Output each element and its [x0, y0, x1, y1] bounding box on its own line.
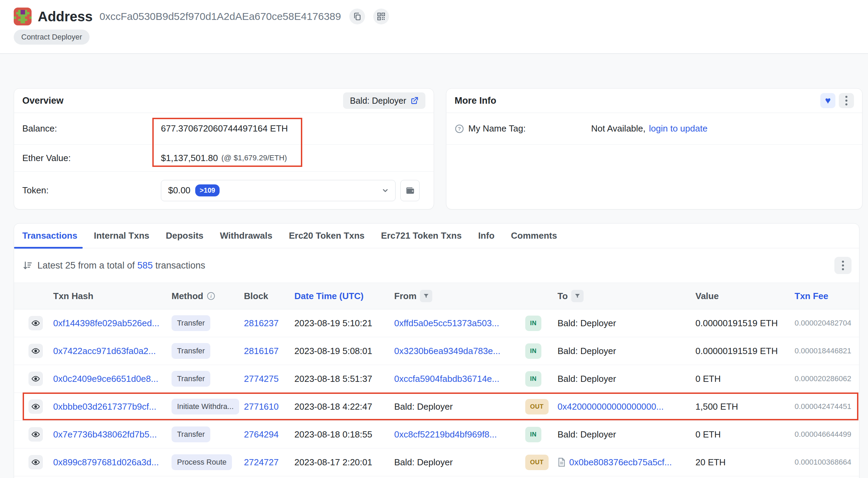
table-row: 0x899c8797681d026a3d... Process Route 27… — [14, 448, 859, 476]
contract-file-icon — [558, 457, 566, 467]
col-datetime-toggle[interactable]: Date Time (UTC) — [294, 291, 364, 301]
eye-button[interactable] — [28, 455, 43, 469]
ether-value-label: Ether Value: — [22, 153, 161, 163]
method-badge[interactable]: Transfer — [172, 315, 210, 331]
eye-button[interactable] — [28, 372, 43, 386]
direction-badge: IN — [525, 427, 541, 442]
datetime-value: 2023-08-19 5:10:21 — [294, 318, 394, 329]
eye-button[interactable] — [28, 316, 43, 330]
name-tag-button[interactable]: Bald: Deployer — [343, 92, 425, 109]
login-to-update-link[interactable]: login to update — [649, 123, 708, 134]
col-method: Method — [172, 291, 203, 301]
txn-hash-link[interactable]: 0x0c2409e9ce6651d0e8... — [53, 374, 172, 384]
txn-hash-link[interactable]: 0xf144398fe029ab526ed... — [53, 318, 172, 329]
block-link[interactable]: 2816237 — [244, 318, 294, 329]
direction-badge: OUT — [525, 399, 549, 414]
tab-withdrawals[interactable]: Withdrawals — [212, 224, 281, 248]
method-badge[interactable]: Transfer — [172, 426, 210, 442]
my-name-tag-value: Not Available, — [591, 123, 646, 134]
from-address-name: Bald: Deployer — [394, 457, 525, 468]
from-address-link[interactable]: 0xccfa5904fabdb36714e... — [394, 374, 525, 384]
block-link[interactable]: 2764294 — [244, 429, 294, 440]
txn-hash-link[interactable]: 0x899c8797681d026a3d... — [53, 457, 172, 468]
total-transactions-link[interactable]: 585 — [137, 260, 153, 271]
method-badge[interactable]: Transfer — [172, 371, 210, 387]
table-options-button[interactable] — [834, 257, 852, 274]
block-link[interactable]: 2771610 — [244, 401, 294, 412]
table-header: Txn Hash Method i Block Date Time (UTC) … — [14, 283, 859, 309]
col-txn-hash: Txn Hash — [53, 291, 172, 301]
value-amount: 0 ETH — [695, 429, 795, 440]
datetime-value: 2023-08-18 0:18:55 — [294, 429, 394, 440]
qr-code-button[interactable] — [373, 9, 389, 24]
eye-icon — [31, 458, 40, 467]
datetime-value: 2023-08-18 4:22:47 — [294, 401, 394, 412]
address-identicon — [14, 8, 32, 25]
name-tag-button-label: Bald: Deployer — [350, 96, 406, 106]
eye-button[interactable] — [28, 344, 43, 358]
from-address-name: Bald: Deployer — [394, 401, 525, 412]
tab-internal-txns[interactable]: Internal Txns — [85, 224, 157, 248]
balance-value: 677.370672060744497164 ETH — [161, 123, 288, 134]
tab-info[interactable]: Info — [470, 224, 503, 248]
eye-button[interactable] — [28, 399, 43, 414]
filter-funnel-icon — [574, 293, 580, 299]
copy-address-button[interactable] — [349, 9, 365, 24]
favorite-button[interactable]: ♥ — [820, 93, 835, 108]
method-badge[interactable]: Transfer — [172, 343, 210, 359]
tab-erc721-token-txns[interactable]: Erc721 Token Txns — [373, 224, 470, 248]
method-badge[interactable]: Initiate Withdra... — [172, 399, 239, 414]
from-filter-button[interactable] — [420, 290, 432, 302]
txn-hash-link[interactable]: 0x7e7736b438062fd7b5... — [53, 429, 172, 440]
from-address-link[interactable]: 0x3230b6ea9349da783e... — [394, 346, 525, 356]
token-dropdown[interactable]: $0.00 >109 — [161, 180, 396, 201]
overview-card: Overview Bald: Deployer Balance: 677.370… — [14, 88, 434, 209]
to-address-name: Bald: Deployer — [558, 346, 695, 356]
transactions-card: Transactions Internal Txns Deposits With… — [14, 223, 859, 478]
tab-erc20-token-txns[interactable]: Erc20 Token Txns — [281, 224, 373, 248]
active-tab-underline — [14, 247, 83, 249]
table-row: 0x7422acc971d63fa0a2... Transfer 2816167… — [14, 337, 859, 365]
svg-text:i: i — [211, 294, 212, 299]
txn-hash-link[interactable]: 0x7422acc971d63fa0a2... — [53, 346, 172, 356]
block-link[interactable]: 2724727 — [244, 457, 294, 468]
datetime-value: 2023-08-19 5:08:01 — [294, 346, 394, 356]
from-address-link[interactable]: 0xc8cf52219bd4bf969f8... — [394, 429, 525, 440]
qr-code-icon — [377, 12, 385, 21]
balance-label: Balance: — [22, 123, 161, 134]
token-count-badge: >109 — [195, 184, 220, 196]
block-link[interactable]: 2774275 — [244, 374, 294, 384]
to-filter-button[interactable] — [571, 290, 584, 302]
datetime-value: 2023-08-18 5:51:37 — [294, 374, 394, 384]
tab-transactions[interactable]: Transactions — [14, 224, 85, 248]
block-link[interactable]: 2816167 — [244, 346, 294, 356]
more-options-button[interactable] — [839, 93, 854, 108]
from-address-link[interactable]: 0xffd5a0e5cc51373a503... — [394, 318, 525, 329]
eye-icon — [31, 319, 40, 328]
page-header: Address 0xccFa0530B9d52f970d1A2dAEa670ce… — [0, 0, 868, 54]
contract-deployer-badge[interactable]: Contract Deployer — [14, 30, 90, 45]
table-row: 0xf144398fe029ab526ed... Transfer 281623… — [14, 309, 859, 337]
direction-badge: IN — [525, 316, 541, 331]
heart-icon: ♥ — [825, 96, 831, 105]
ether-value: $1,137,501.80 — [161, 153, 218, 163]
method-badge[interactable]: Process Route — [172, 454, 232, 470]
to-address-link[interactable]: 0x0be808376ecb75a5cf... — [569, 457, 672, 468]
token-dropdown-value: $0.00 — [168, 185, 190, 196]
txn-hash-link[interactable]: 0xbbbe03d2617377b9cf... — [53, 401, 172, 412]
eye-button[interactable] — [28, 427, 43, 442]
eye-icon — [31, 430, 40, 439]
col-to: To — [558, 291, 568, 301]
eye-icon — [31, 374, 40, 383]
col-txn-fee-toggle[interactable]: Txn Fee — [795, 291, 828, 301]
txn-fee-value: 0.000042474451 — [795, 402, 859, 411]
wallet-button[interactable] — [400, 180, 420, 201]
tab-comments[interactable]: Comments — [503, 224, 565, 248]
value-amount: 0.00000191519 ETH — [695, 346, 795, 356]
info-circle-icon[interactable]: i — [207, 292, 215, 300]
to-address-link[interactable]: 0x420000000000000000... — [558, 401, 695, 412]
value-amount: 20 ETH — [695, 457, 795, 468]
col-block: Block — [244, 291, 294, 301]
help-circle-icon: ? — [455, 124, 464, 134]
tab-deposits[interactable]: Deposits — [157, 224, 212, 248]
